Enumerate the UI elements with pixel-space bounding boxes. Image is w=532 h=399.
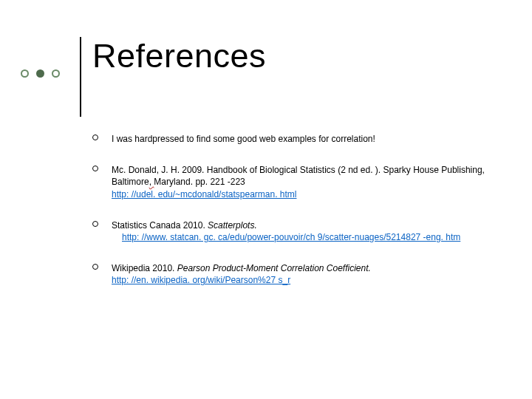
list-item: Mc. Donald, J. H. 2009. Handbook of Biol… xyxy=(92,164,506,200)
bullet-icon xyxy=(92,166,98,171)
ref-title-italic: Pearson Product-Moment Correlation Coeff… xyxy=(177,263,371,273)
list-item: Wikipedia 2010. Pearson Product-Moment C… xyxy=(92,262,506,286)
ref-prefix: Wikipedia 2010. xyxy=(112,263,177,273)
bullet-icon xyxy=(92,134,98,140)
dot-icon xyxy=(52,69,60,78)
vertical-divider xyxy=(80,37,81,117)
ref-suffix: Maryland. pp. 221 -223 xyxy=(154,177,245,187)
slide: References I was hardpressed to find som… xyxy=(0,0,532,399)
bullet-icon xyxy=(92,264,98,270)
ref-text: I was hardpressed to find some good web … xyxy=(112,133,506,145)
dot-icon xyxy=(21,69,29,78)
list-item: I was hardpressed to find some good web … xyxy=(92,133,506,145)
ref-title-italic: Scatterplots. xyxy=(208,220,257,231)
body: I was hardpressed to find some good web … xyxy=(92,133,506,306)
ref-text: Statistics Canada 2010. Scatterplots. ht… xyxy=(112,219,506,243)
ref-link[interactable]: http: //www. statcan. gc. ca/edu/power-p… xyxy=(122,232,460,242)
ref-link[interactable]: http: //udel. edu/~mcdonald/statspearman… xyxy=(112,189,296,200)
bullet-icon xyxy=(92,221,98,227)
list-item: Statistics Canada 2010. Scatterplots. ht… xyxy=(92,219,506,243)
ref-text: Mc. Donald, J. H. 2009. Handbook of Biol… xyxy=(112,164,506,200)
dot-icon xyxy=(36,69,44,78)
ref-link[interactable]: http: //en. wikipedia. org/wiki/Pearson%… xyxy=(112,275,290,285)
slide-title: References xyxy=(92,37,266,75)
ref-prefix: Statistics Canada 2010. xyxy=(112,220,208,231)
ref-text: Wikipedia 2010. Pearson Product-Moment C… xyxy=(112,262,506,286)
decorative-dots xyxy=(21,69,60,78)
